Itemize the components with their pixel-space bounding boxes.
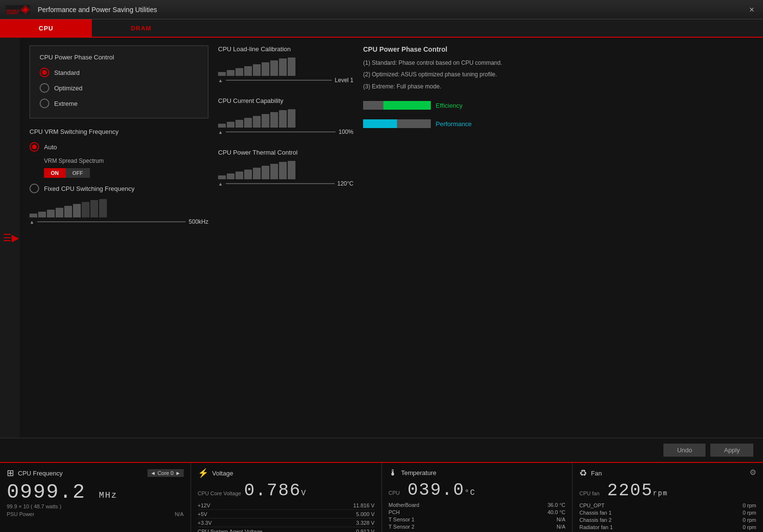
fan-icon: ♻ xyxy=(579,468,587,478)
fan-panel: ♻ Fan ⚙ CPU fan 2205rpm CPU_OPT 0 rpm Ch… xyxy=(572,463,763,532)
radio-circle-standard xyxy=(40,68,49,77)
right-desc-1: (1) Standard: Phase control based on CPU… xyxy=(363,58,753,68)
legend-efficiency-row: Efficiency xyxy=(363,101,753,110)
bar2 xyxy=(38,212,46,217)
freq-title: CPU Frequency xyxy=(18,470,62,477)
ll-triangle-icon: ▲ xyxy=(218,78,223,83)
freq-slider-line xyxy=(37,221,186,222)
core-label: Core 0 xyxy=(158,470,174,476)
ll-slider-line xyxy=(226,80,332,81)
load-line-section: CPU Load-line Calibration ▲ Level 1 xyxy=(218,45,353,84)
radio-label-standard: Standard xyxy=(54,69,80,76)
freq-slider: ▲ 500kHz xyxy=(29,199,208,225)
psu-row: PSU Power N/A xyxy=(7,511,184,517)
fan-header: ♻ Fan ⚙ xyxy=(579,468,756,478)
current-cap-title: CPU Current Capability xyxy=(218,97,353,104)
efficiency-label: Efficiency xyxy=(436,102,462,109)
voltage-unit: V xyxy=(301,489,307,498)
cpu-temp-label: CPU xyxy=(389,490,400,496)
cpu-core-label: CPU Core Voltage xyxy=(198,490,241,496)
apply-button[interactable]: Apply xyxy=(710,444,753,457)
gear-icon[interactable]: ⚙ xyxy=(749,468,756,477)
radio-label-extreme: Extreme xyxy=(54,100,77,107)
voltage-rows: +12V 11.816 V +5V 5.000 V +3.3V 3.328 V … xyxy=(198,503,375,532)
vrm-auto-row: Auto xyxy=(29,142,208,152)
cc-triangle-icon: ▲ xyxy=(218,129,223,135)
efficiency-bar xyxy=(363,101,431,110)
freq-triangle-icon: ▲ xyxy=(29,219,34,225)
bar1 xyxy=(29,214,37,217)
cpu-freq-icon: ⊞ xyxy=(7,468,14,478)
radio-optimized[interactable]: Optimized xyxy=(40,83,198,93)
bar8 xyxy=(90,200,98,217)
close-button[interactable]: × xyxy=(746,4,757,14)
tab-dram[interactable]: DRAM xyxy=(92,19,190,37)
fixed-freq-row: Fixed CPU Switching Frequency xyxy=(29,184,208,193)
tc-triangle-icon: ▲ xyxy=(218,181,223,187)
freq-value: 500kHz xyxy=(189,218,208,225)
tc-bar3 xyxy=(235,172,243,179)
toggle-off-button[interactable]: OFF xyxy=(66,168,90,178)
load-line-title: CPU Load-line Calibration xyxy=(218,45,353,53)
cc-bar8 xyxy=(279,110,287,128)
tab-cpu[interactable]: CPU xyxy=(0,19,92,37)
radio-circle-optimized xyxy=(40,83,49,93)
cc-bar6 xyxy=(262,114,269,128)
tc-slider-line xyxy=(226,183,335,184)
efficiency-bar-right xyxy=(383,101,431,110)
thermal-title: CPU Power Thermal Control xyxy=(218,149,353,156)
auto-label: Auto xyxy=(44,144,57,151)
freq-indicator-row: ▲ 500kHz xyxy=(29,218,208,225)
tc-bar8 xyxy=(279,162,287,179)
panel-left: CPU Power Phase Control Standard Optimiz… xyxy=(29,45,208,433)
temp-rows: MotherBoard 36.0 °C PCH 40.0 °C T Sensor… xyxy=(389,502,566,530)
cc-bar2 xyxy=(227,122,235,128)
ll-bar6 xyxy=(262,62,269,76)
tc-bar5 xyxy=(253,168,261,179)
freq-stair-bars xyxy=(29,199,208,217)
thermal-bars xyxy=(218,161,353,179)
title-bar: REPUBLIC OF GAMERS Performance and Power… xyxy=(0,0,763,19)
vrm-title: CPU VRM Switching Frequency xyxy=(29,128,208,135)
current-cap-bars xyxy=(218,109,353,128)
radio-label-optimized: Optimized xyxy=(54,85,83,92)
temp-row-pch: PCH 40.0 °C xyxy=(389,509,566,515)
toggle-on-button[interactable]: ON xyxy=(44,168,66,178)
panel-middle: CPU Load-line Calibration ▲ Level 1 xyxy=(218,45,353,433)
psu-label: PSU Power xyxy=(7,511,34,517)
thermal-indicator: ▲ 120°C xyxy=(218,180,353,187)
voltage-row-12v: +12V 11.816 V xyxy=(198,503,375,510)
right-panel-title: CPU Power Phase Control xyxy=(363,45,753,53)
cc-bar7 xyxy=(270,112,278,128)
panel-right: CPU Power Phase Control (1) Standard: Ph… xyxy=(363,45,753,433)
cc-slider-line xyxy=(226,131,336,132)
status-bar: ⊞ CPU Frequency ◄ Core 0 ► 0999.2 MHz 99… xyxy=(0,462,763,532)
voltage-row-3v: +3.3V 3.328 V xyxy=(198,520,375,527)
chevron-right-icon: ► xyxy=(176,470,181,476)
psu-value: N/A xyxy=(175,511,183,517)
radio-standard[interactable]: Standard xyxy=(40,68,198,77)
legend-performance-row: Performance xyxy=(363,119,753,128)
cc-bar9 xyxy=(288,109,295,128)
ll-bar3 xyxy=(235,68,243,76)
vrm-section: CPU VRM Switching Frequency Auto VRM Spr… xyxy=(29,128,208,225)
freq-sub-value: 99.9 × 10 ( 48.7 watts ) xyxy=(7,503,184,509)
undo-button[interactable]: Undo xyxy=(663,444,705,457)
chevron-left-icon: ◄ xyxy=(150,470,156,476)
load-line-bars xyxy=(218,58,353,76)
cc-bar4 xyxy=(244,118,252,128)
performance-bar-left xyxy=(363,119,397,128)
power-phase-box: CPU Power Phase Control Standard Optimiz… xyxy=(29,45,208,118)
fan-rows: CPU_OPT 0 rpm Chassis fan 1 0 rpm Chassi… xyxy=(579,503,756,530)
logo: REPUBLIC OF GAMERS xyxy=(6,3,30,16)
cpu-temp-value: 039.0°C xyxy=(408,482,476,499)
voltage-icon: ⚡ xyxy=(198,468,208,478)
core-selector[interactable]: ◄ Core 0 ► xyxy=(147,469,184,477)
current-cap-section: CPU Current Capability ▲ 100% xyxy=(218,97,353,135)
voltage-title: Voltage xyxy=(212,470,233,477)
fan-title: Fan xyxy=(591,470,602,477)
temp-row-mb: MotherBoard 36.0 °C xyxy=(389,502,566,508)
radio-extreme[interactable]: Extreme xyxy=(40,99,198,108)
tc-bar1 xyxy=(218,175,226,179)
tab-bar: CPU DRAM xyxy=(0,19,763,38)
